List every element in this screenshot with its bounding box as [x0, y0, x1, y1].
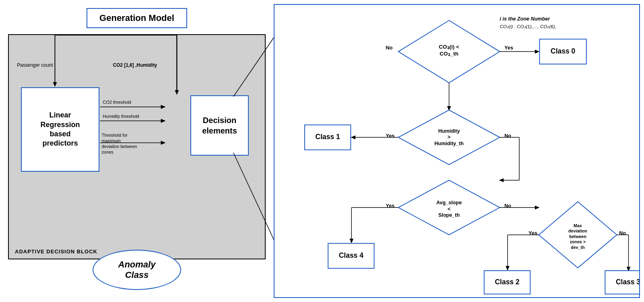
svg-text:Passenger count: Passenger count [17, 62, 53, 68]
svg-text:deviation between: deviation between [102, 144, 137, 149]
gen-model-label: Generation Model [99, 13, 174, 23]
svg-text:CO₂(i) : CO₂(1),…, CO₂(6),: CO₂(i) : CO₂(1),…, CO₂(6), [500, 24, 556, 29]
svg-text:Class 0: Class 0 [551, 47, 575, 55]
svg-text:Avg_slope: Avg_slope [436, 200, 462, 205]
left-panel: Generation Model Linear Regression based… [0, 0, 274, 302]
svg-text:Threshold for: Threshold for [102, 133, 128, 138]
svg-marker-13 [161, 141, 166, 145]
svg-text:<: < [448, 206, 450, 212]
svg-marker-7 [161, 105, 166, 109]
svg-text:Humidity: Humidity [438, 128, 460, 134]
svg-marker-4 [175, 90, 179, 95]
svg-text:>: > [448, 134, 450, 140]
svg-text:Class 2: Class 2 [495, 278, 520, 286]
svg-text:i is the Zone Number: i is the Zone Number [500, 16, 551, 22]
svg-text:No: No [504, 133, 511, 139]
svg-text:Yes: Yes [386, 133, 395, 139]
svg-text:No: No [504, 203, 511, 209]
adaptive-block: Linear Regression based predictors Decis… [8, 34, 266, 259]
anomaly-ellipse: Anomaly Class [93, 250, 181, 290]
svg-text:Slope_th: Slope_th [438, 212, 460, 218]
svg-marker-10 [161, 119, 166, 123]
svg-text:Yes: Yes [504, 45, 513, 51]
svg-text:Yes: Yes [386, 203, 395, 209]
svg-text:Class 3: Class 3 [616, 278, 639, 286]
svg-text:dev_th: dev_th [571, 245, 584, 250]
svg-text:zones >: zones > [570, 239, 586, 244]
svg-text:CO₂(i) <: CO₂(i) < [439, 44, 459, 50]
svg-marker-48 [499, 178, 504, 182]
svg-text:No: No [386, 45, 393, 51]
decision-box: Decision elements [190, 95, 249, 156]
anomaly-class-label: Anomaly Class [118, 259, 156, 281]
right-panel: i is the Zone Number CO₂(i) : CO₂(1),…, … [274, 4, 640, 298]
svg-text:zones: zones [102, 150, 114, 154]
svg-text:Humidity threshold: Humidity threshold [103, 114, 139, 119]
svg-text:CO₂_th: CO₂_th [440, 51, 458, 57]
svg-marker-72 [506, 266, 510, 271]
svg-text:No: No [619, 230, 626, 236]
decision-label: Decision elements [202, 115, 237, 136]
svg-text:maximum: maximum [102, 138, 121, 143]
svg-text:between: between [569, 234, 586, 239]
svg-text:Class 4: Class 4 [339, 251, 363, 259]
svg-text:Humidity_th: Humidity_th [434, 141, 464, 146]
flowchart-svg: i is the Zone Number CO₂(i) : CO₂(1),…, … [275, 5, 639, 297]
svg-marker-57 [349, 239, 353, 244]
svg-marker-1 [53, 82, 57, 87]
svg-text:Class 1: Class 1 [316, 133, 340, 141]
svg-text:Yes: Yes [528, 230, 537, 236]
svg-text:deviation: deviation [568, 228, 587, 233]
svg-text:Max: Max [574, 223, 582, 228]
svg-text:CO2 [1,6] ,Humidity: CO2 [1,6] ,Humidity [113, 62, 157, 68]
lr-box: Linear Regression based predictors [21, 87, 99, 172]
gen-model-box: Generation Model [87, 8, 187, 28]
svg-marker-61 [535, 205, 540, 210]
svg-text:CO2 threshold: CO2 threshold [103, 100, 131, 105]
lr-label: Linear Regression based predictors [40, 111, 80, 148]
adaptive-label: ADAPTIVE DECISION BLOCK [15, 249, 97, 255]
svg-marker-30 [535, 49, 540, 53]
svg-marker-42 [351, 136, 355, 140]
